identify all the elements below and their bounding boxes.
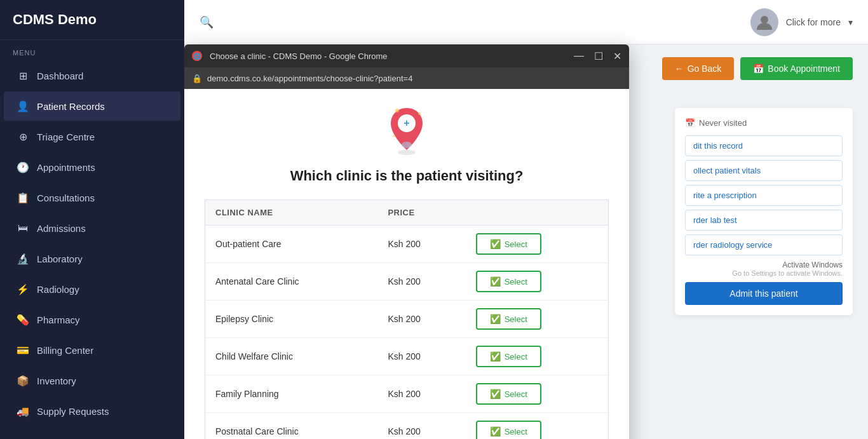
svg-point-1 bbox=[398, 150, 416, 155]
user-label[interactable]: Click for more bbox=[786, 17, 841, 27]
sidebar-item-consultations[interactable]: 📋 Consultations bbox=[4, 183, 180, 212]
edit-record-link[interactable]: dit this record bbox=[685, 135, 843, 156]
sidebar-item-dashboard[interactable]: ⊞ Dashboard bbox=[4, 61, 180, 90]
go-back-button[interactable]: ← Go Back bbox=[662, 57, 735, 80]
select-label: Select bbox=[505, 389, 527, 399]
check-icon: ✅ bbox=[490, 276, 501, 287]
book-appointment-button[interactable]: 📅 Book Appointment bbox=[740, 57, 853, 80]
select-label: Select bbox=[505, 427, 527, 436]
clinic-price-cell: Ksh 200 bbox=[377, 301, 465, 338]
clinic-select-cell: ✅ Select bbox=[466, 375, 609, 413]
close-button[interactable]: ✕ bbox=[613, 50, 621, 62]
clinic-select-cell: ✅ Select bbox=[466, 263, 609, 301]
location-pin-icon: + bbox=[384, 104, 429, 155]
url-bar[interactable]: demo.cdms.co.ke/appointments/choose-clin… bbox=[207, 74, 621, 83]
sidebar-item-admissions[interactable]: 🛏 Admissions bbox=[4, 213, 180, 243]
table-row: Postnatal Care Clinic Ksh 200 ✅ Select bbox=[205, 413, 609, 440]
admissions-icon: 🛏 bbox=[17, 222, 29, 234]
pharmacy-icon: 💊 bbox=[17, 313, 29, 326]
avatar bbox=[750, 8, 778, 36]
supply-icon: 🚚 bbox=[17, 405, 29, 417]
radiology-icon: ⚡ bbox=[17, 283, 29, 295]
select-clinic-button[interactable]: ✅ Select bbox=[476, 271, 541, 292]
select-clinic-button[interactable]: ✅ Select bbox=[476, 383, 541, 405]
browser-controls[interactable]: — ☐ ✕ bbox=[574, 50, 621, 62]
menu-label: MENU bbox=[0, 40, 184, 60]
clinic-select-cell: ✅ Select bbox=[466, 338, 609, 375]
browser-addressbar: 🔒 demo.cdms.co.ke/appointments/choose-cl… bbox=[184, 67, 629, 89]
col-header-price: PRICE bbox=[377, 200, 465, 226]
order-lab-link[interactable]: rder lab test bbox=[685, 210, 843, 231]
sidebar-item-label: Laboratory bbox=[37, 253, 83, 264]
sidebar-item-pharmacy[interactable]: 💊 Pharmacy bbox=[4, 305, 180, 334]
clinic-price-cell: Ksh 200 bbox=[377, 226, 465, 263]
consultations-icon: 📋 bbox=[17, 191, 29, 204]
clinic-select-cell: ✅ Select bbox=[466, 413, 609, 440]
appointments-icon: 🕐 bbox=[17, 161, 29, 173]
write-prescription-link[interactable]: rite a prescription bbox=[685, 185, 843, 206]
clinic-name-cell: Antenatal Care Clinic bbox=[205, 263, 378, 301]
sidebar-item-label: Triage Centre bbox=[37, 132, 95, 142]
app-logo: CDMS Demo bbox=[0, 0, 184, 40]
sidebar-item-label: Billing Center bbox=[37, 345, 93, 356]
select-clinic-button[interactable]: ✅ Select bbox=[476, 346, 541, 367]
sidebar-item-label: Admissions bbox=[37, 223, 86, 234]
clinic-select-cell: ✅ Select bbox=[466, 226, 609, 263]
clinic-name-cell: Epilepsy Clinic bbox=[205, 301, 378, 338]
calendar-icon: 📅 bbox=[753, 64, 764, 74]
chevron-down-icon: ▾ bbox=[848, 17, 853, 27]
inventory-icon: 📦 bbox=[17, 374, 29, 387]
svg-point-0 bbox=[761, 16, 768, 24]
sidebar-item-label: Appointments bbox=[37, 162, 95, 173]
clinic-name-cell: Child Welfare Clinic bbox=[205, 338, 378, 375]
sidebar-item-appointments[interactable]: 🕐 Appointments bbox=[4, 152, 180, 182]
last-visit: 📅 Never visited bbox=[685, 118, 843, 128]
sidebar-item-label: Pharmacy bbox=[37, 314, 80, 325]
lock-icon: 🔒 bbox=[192, 74, 202, 83]
col-header-action bbox=[466, 200, 609, 226]
back-icon: ← bbox=[675, 64, 684, 74]
sidebar-item-supply[interactable]: 🚚 Supply Requests bbox=[4, 396, 180, 426]
sidebar-item-patient-records[interactable]: 👤 Patient Records bbox=[4, 91, 180, 121]
clinic-name-cell: Postnatal Care Clinic bbox=[205, 413, 378, 440]
order-radiology-link[interactable]: rder radiology service bbox=[685, 234, 843, 255]
admit-patient-button[interactable]: Admit this patient bbox=[685, 282, 843, 305]
user-menu[interactable]: Click for more ▾ bbox=[750, 8, 853, 36]
activate-windows: Activate Windows Go to Settings to activ… bbox=[685, 260, 843, 277]
select-label: Select bbox=[505, 314, 527, 324]
dashboard-icon: ⊞ bbox=[17, 69, 29, 82]
clinic-select-cell: ✅ Select bbox=[466, 301, 609, 338]
clinic-price-cell: Ksh 200 bbox=[377, 338, 465, 375]
sidebar-item-label: Supply Requests bbox=[37, 406, 109, 417]
patient-records-icon: 👤 bbox=[17, 100, 29, 112]
clinic-price-cell: Ksh 200 bbox=[377, 375, 465, 413]
check-icon: ✅ bbox=[490, 314, 501, 324]
table-row: Family Planning Ksh 200 ✅ Select bbox=[205, 375, 609, 413]
select-clinic-button[interactable]: ✅ Select bbox=[476, 233, 541, 255]
search-icon[interactable]: 🔍 bbox=[200, 15, 214, 29]
sidebar-item-triage[interactable]: ⊕ Triage Centre bbox=[4, 122, 180, 151]
sidebar-item-label: Radiology bbox=[37, 284, 79, 295]
col-header-clinic-name: CLINIC NAME bbox=[205, 200, 378, 226]
sidebar-item-label: Dashboard bbox=[37, 71, 83, 81]
maximize-button[interactable]: ☐ bbox=[594, 50, 603, 62]
clinic-question-text: Which clinic is the patient visiting? bbox=[205, 168, 609, 184]
select-clinic-button[interactable]: ✅ Select bbox=[476, 308, 541, 330]
sidebar-item-laboratory[interactable]: 🔬 Laboratory bbox=[4, 244, 180, 273]
select-label: Select bbox=[505, 352, 527, 361]
sidebar-item-radiology[interactable]: ⚡ Radiology bbox=[4, 274, 180, 304]
page-body: ← Go Back 📅 Book Appointment 📅 Never vis… bbox=[184, 44, 868, 103]
clinic-name-cell: Out-patient Care bbox=[205, 226, 378, 263]
svg-point-7 bbox=[402, 142, 412, 148]
svg-point-6 bbox=[393, 135, 395, 137]
sidebar-item-inventory[interactable]: 📦 Inventory bbox=[4, 366, 180, 395]
minimize-button[interactable]: — bbox=[574, 50, 584, 62]
clinic-price-cell: Ksh 200 bbox=[377, 413, 465, 440]
browser-title: Choose a clinic - CDMS Demo - Google Chr… bbox=[210, 51, 566, 61]
clinic-name-cell: Family Planning bbox=[205, 375, 378, 413]
triage-icon: ⊕ bbox=[17, 130, 29, 143]
select-clinic-button[interactable]: ✅ Select bbox=[476, 421, 541, 439]
table-row: Epilepsy Clinic Ksh 200 ✅ Select bbox=[205, 301, 609, 338]
collect-vitals-link[interactable]: ollect patient vitals bbox=[685, 160, 843, 181]
sidebar-item-billing[interactable]: 💳 Billing Center bbox=[4, 335, 180, 365]
